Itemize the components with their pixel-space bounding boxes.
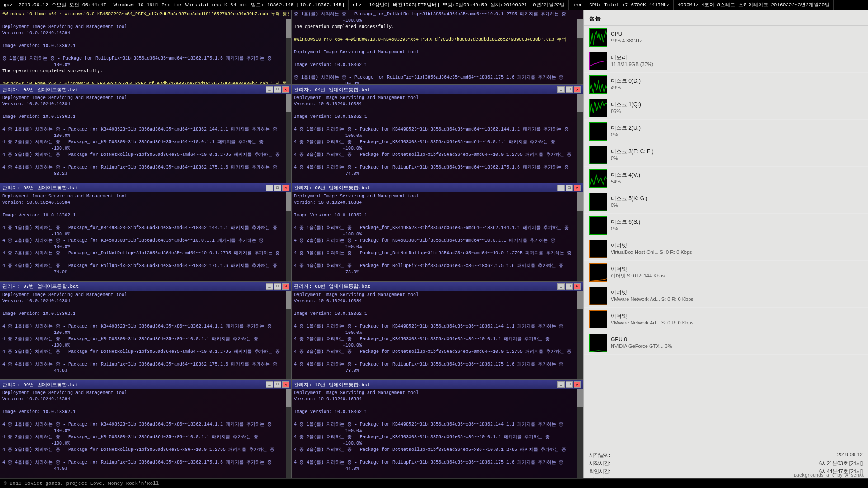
tm-info-disk5: 디스크 5(K: G:) 0% [611,195,863,209]
cmd-window-07[interactable]: 관리자: 07번 업데이트통합.bat _ □ ✕ Deployment Ima… [0,282,292,380]
cmd-minimize-09[interactable]: _ [266,381,273,388]
tm-bottom-row-starttime: 시작시간: 6시21분03초 [24시] [589,460,863,467]
tm-sublabel-net1: VirtualBox Host-Onl... S: 0 R: 0 Kbps [611,249,863,255]
cmd-minimize-06[interactable]: _ [557,185,565,191]
tm-label-disk4: 디스크 4(V:) [611,172,863,179]
tm-label-net4: 이더넷 [611,313,863,320]
tm-graph-disk2 [589,122,607,141]
tm-sublabel-memory: 11.8/31.9GB (37%) [611,61,863,67]
tm-header: 성능 [584,10,868,26]
cmd-minimize-07[interactable]: _ [266,283,273,290]
cmd-restore-09[interactable]: □ [274,381,281,388]
tm-info-disk1: 디스크 1(Q:) 86% [611,101,863,115]
cmd-controls-09[interactable]: _ □ ✕ [266,381,289,388]
cmd-window-08[interactable]: 관리자: 08번 업데이트통합.bat _ □ ✕ Deployment Ima… [292,282,583,380]
cmd-body-07: Deployment Image Servicing and Managemen… [0,291,291,380]
tm-row-disk3[interactable]: 디스크 3(E: C: F:) 0% [584,143,868,167]
cmd-minimize-03[interactable]: _ [266,86,273,93]
cmd-minimize-05[interactable]: _ [266,185,273,191]
cmd-restore-07[interactable]: □ [274,283,281,290]
cmd-titlebar-10: 관리자: 10번 업데이트통합.bat _ □ ✕ [292,380,583,389]
cmd-controls-06[interactable]: _ □ ✕ [557,185,581,191]
cmd-close-06[interactable]: ✕ [574,185,581,191]
taskbar-ihn: ihn [569,0,585,10]
cmd-restore-06[interactable]: □ [566,185,573,191]
cmd-body-09: Deployment Image Servicing and Managemen… [0,389,291,478]
cmd-restore-03[interactable]: □ [274,86,281,93]
cmd-controls-07[interactable]: _ □ ✕ [266,283,289,290]
tm-row-cpu[interactable]: CPU 99% 4.38GHz [584,26,868,49]
tm-sublabel-disk4: 54% [611,178,863,185]
tm-row-disk1[interactable]: 디스크 1(Q:) 86% [584,96,868,120]
watermark-text: Backgrounds art by ArsenXC [794,473,864,478]
tm-graph-gpu [589,334,607,352]
cmd-close-10[interactable]: ✕ [574,381,581,388]
tm-graph-net1 [589,240,607,258]
cmd-body-05: Deployment Image Servicing and Managemen… [0,192,291,281]
cmd-close-04[interactable]: ✕ [574,86,581,93]
tm-info-disk0: 디스크 0(D:) 49% [611,78,863,91]
cmd-window-04[interactable]: 관리자: 04번 업데이트통합.bat _ □ ✕ Deployment Ima… [292,84,583,183]
cmd-close-05[interactable]: ✕ [282,185,289,191]
tm-sublabel-net2: 이더넷 S: 0 R: 144 Kbps [611,272,863,279]
tm-sublabel-cpu: 99% 4.38GHz [611,38,863,44]
tm-bottom-row-startdate: 시작날짜: 2019-06-12 [589,452,863,459]
taskbar-cpu: CPU: Intel i7-6700K 4417MHz [585,0,674,10]
cmd-title-03: 관리자: 03번 업데이트통합.bat [2,86,79,93]
tm-sublabel-gpu: NVIDIA GeForce GTX... 3% [611,343,863,349]
cmd-window-06[interactable]: 관리자: 06번 업데이트통합.bat _ □ ✕ Deployment Ima… [292,183,583,282]
tm-row-net3[interactable]: 이더넷 VMware Network Ad... S: 0 R: 0 Kbps [584,284,868,308]
tm-info-disk4: 디스크 4(V:) 54% [611,172,863,185]
tm-row-disk4[interactable]: 디스크 4(V:) 54% [584,167,868,190]
tm-info-net2: 이더넷 이더넷 S: 0 R: 144 Kbps [611,266,863,279]
tm-row-disk6[interactable]: 디스크 6(S:) 0% [584,214,868,237]
tm-info-net3: 이더넷 VMware Network Ad... S: 0 R: 0 Kbps [611,289,863,303]
cmd-restore-08[interactable]: □ [566,283,573,290]
tm-sublabel-disk5: 0% [611,202,863,208]
tm-info-net4: 이더넷 VMware Network Ad... S: 0 R: 0 Kbps [611,313,863,326]
cmd-window-top-left[interactable]: #Windows 10 Home x64 4→Windows10.0-KB450… [0,10,292,84]
cmd-window-09[interactable]: 관리자: 09번 업데이트통합.bat _ □ ✕ Deployment Ima… [0,380,292,478]
cmd-minimize-08[interactable]: _ [557,283,565,290]
tm-row-disk2[interactable]: 디스크 2(U:) 0% [584,120,868,143]
tm-sublabel-disk0: 49% [611,84,863,91]
tm-row-memory[interactable]: 메모리 11.8/31.9GB (37%) [584,49,868,73]
cmd-titlebar-06: 관리자: 06번 업데이트통합.bat _ □ ✕ [292,183,583,192]
cmd-controls-03[interactable]: _ □ ✕ [266,86,289,93]
cmd-window-03[interactable]: 관리자: 03번 업데이트통합.bat _ □ ✕ Deployment Ima… [0,84,292,183]
cmd-restore-10[interactable]: □ [566,381,573,388]
cmd-controls-05[interactable]: _ □ ✕ [266,185,289,191]
cmd-controls-04[interactable]: _ □ ✕ [557,86,581,93]
tm-label-disk0: 디스크 0(D:) [611,78,863,85]
cmd-minimize-10[interactable]: _ [557,381,565,388]
cmd-close-09[interactable]: ✕ [282,381,289,388]
tm-row-net1[interactable]: 이더넷 VirtualBox Host-Onl... S: 0 R: 0 Kbp… [584,237,868,261]
tm-row-net4[interactable]: 이더넷 VMware Network Ad... S: 0 R: 0 Kbps [584,308,868,331]
cmd-titlebar-07: 관리자: 07번 업데이트통합.bat _ □ ✕ [0,282,291,291]
tm-row-disk0[interactable]: 디스크 0(D:) 49% [584,73,868,96]
cmd-close-08[interactable]: ✕ [574,283,581,290]
tm-starttime-label: 시작시간: [589,460,610,467]
tm-label-disk6: 디스크 6(S:) [611,219,863,226]
taskbar-cpu-detail: 4000MHz 4코어 8스레드 스카이레이크 20160322~3년2개월20… [674,0,834,10]
tm-row-gpu[interactable]: GPU 0 NVIDIA GeForce GTX... 3% [584,331,868,355]
tm-row-disk5[interactable]: 디스크 5(K: G:) 0% [584,190,868,214]
cmd-window-05[interactable]: 관리자: 05번 업데이트통합.bat _ □ ✕ Deployment Ima… [0,183,292,282]
main-content: 관리자: 03번 업데이트통합.bat _ □ ✕ Deployment Ima… [0,84,583,478]
cmd-close-07[interactable]: ✕ [282,283,289,290]
cmd-close-03[interactable]: ✕ [282,86,289,93]
cmd-restore-04[interactable]: □ [566,86,573,93]
cmd-title-08: 관리자: 08번 업데이트통합.bat [294,283,370,290]
tm-row-net2[interactable]: 이더넷 이더넷 S: 0 R: 144 Kbps [584,261,868,284]
watermark: Backgrounds art by ArsenXC [583,473,868,478]
cmd-titlebar-04: 관리자: 04번 업데이트통합.bat _ □ ✕ [292,85,583,94]
tm-graph-disk6 [589,216,607,235]
cmd-restore-05[interactable]: □ [274,185,281,191]
taskbar-os: Windows 10 19H1 Pro for Workstations K 6… [110,0,349,10]
cmd-window-top-right[interactable]: 중 1을(를) 처리하는 중 - Package_for_DotNetRollu… [292,10,583,84]
cmd-window-10[interactable]: 관리자: 10번 업데이트통합.bat _ □ ✕ Deployment Ima… [292,380,583,478]
cmd-controls-10[interactable]: _ □ ✕ [557,381,581,388]
cmd-controls-08[interactable]: _ □ ✕ [557,283,581,290]
cmd-body-03: Deployment Image Servicing and Managemen… [0,94,291,183]
cmd-minimize-04[interactable]: _ [557,86,565,93]
